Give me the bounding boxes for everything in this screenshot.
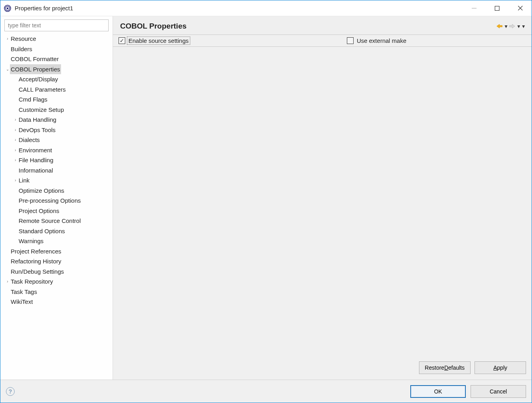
tree-item[interactable]: ›Data Handling [4,115,109,125]
tree-item-label: Builders [10,44,33,54]
app-icon [4,4,11,12]
svg-point-2 [7,7,8,9]
tree-item-label: Accept/Display [18,74,59,84]
svg-rect-3 [472,8,477,9]
properties-tree[interactable]: ›Resource›Builders›COBOL Formatter⌄COBOL… [4,34,109,376]
nav-forward-icon[interactable] [509,23,516,30]
chevron-right-icon[interactable]: › [13,116,18,123]
apply-row: Restore Defaults Apply [113,358,532,380]
tree-item-label: CALL Parameters [18,84,67,95]
content-area [113,47,532,358]
tree-item[interactable]: ›Link [4,175,109,186]
tree-item-label: Environment [18,145,53,155]
tree-item-label: Pre-processing Options [18,196,82,206]
tree-item-label: Informational [18,165,54,176]
use-external-make-checkbox[interactable] [347,37,354,44]
tree-item-label: Optimize Options [18,186,65,196]
tree-item[interactable]: ›Warnings [4,236,109,246]
tree-item-label: File Handling [18,155,54,165]
nav-back-dropdown[interactable]: ▾ [504,23,508,30]
tree-item[interactable]: ›DevOps Tools [4,125,109,135]
sidebar: ›Resource›Builders›COBOL Formatter⌄COBOL… [0,16,113,380]
tree-item[interactable]: ›Run/Debug Settings [4,267,109,277]
tree-item[interactable]: ›Environment [4,145,109,155]
tree-item[interactable]: ›CALL Parameters [4,84,109,95]
enable-source-settings-label: Enable source settings [128,37,189,44]
titlebar: Properties for project1 [0,0,532,16]
nav-back-icon[interactable] [496,23,503,30]
chevron-right-icon[interactable]: › [5,35,10,42]
chevron-right-icon[interactable]: › [5,278,10,285]
nav-forward-dropdown[interactable]: ▾ [517,23,521,30]
properties-dialog: Properties for project1 ›Resource›Builde… [0,0,532,403]
tree-item[interactable]: ›Refactoring History [4,256,109,267]
chevron-right-icon[interactable]: › [13,177,18,184]
tree-item-label: Standard Options [18,226,66,236]
chevron-right-icon[interactable]: › [13,127,18,133]
tree-item-label: Dialects [18,135,40,145]
ok-button[interactable]: OK [410,385,466,398]
tree-item-label: Task Repository [10,276,54,287]
window-title: Properties for project1 [15,5,73,12]
tree-item-label: DevOps Tools [18,125,56,135]
tree-item[interactable]: ›Customize Setup [4,105,109,115]
tree-item[interactable]: ›COBOL Formatter [4,54,109,64]
tree-item-label: Project References [10,246,62,257]
tree-item[interactable]: ›Accept/Display [4,74,109,84]
tree-item-label: Customize Setup [18,105,65,115]
tree-item[interactable]: ⌄COBOL Properties [4,64,109,75]
enable-source-settings-checkbox[interactable] [119,37,125,44]
tree-item-label: Project Options [18,206,60,216]
tree-item[interactable]: ›Optimize Options [4,186,109,196]
chevron-right-icon[interactable]: › [13,147,18,154]
maximize-button[interactable] [486,0,509,16]
tree-item[interactable]: ›File Handling [4,155,109,165]
page-title: COBOL Properties [120,22,187,31]
nav-buttons: ▾ ▾ ▾ [496,23,525,30]
tree-item-label: COBOL Formatter [10,54,59,64]
minimize-button[interactable] [463,0,486,16]
tree-item[interactable]: ›Pre-processing Options [4,196,109,206]
enable-source-settings-option[interactable]: Enable source settings [119,37,189,44]
tree-item[interactable]: ›Resource [4,34,109,44]
use-external-make-option[interactable]: Use external make [347,37,407,44]
main-panel: COBOL Properties ▾ ▾ ▾ Enabl [113,16,532,380]
tree-item-label: Link [18,175,31,186]
tree-item-label: Remote Source Control [18,216,82,226]
help-icon[interactable]: ? [6,387,15,396]
tree-item-label: Cmd Flags [18,94,48,105]
cancel-button[interactable]: Cancel [471,385,526,398]
chevron-right-icon[interactable]: › [13,157,18,163]
tree-item-label: Data Handling [18,115,57,125]
tree-item-label: Run/Debug Settings [10,267,65,277]
tree-item[interactable]: ›Project Options [4,206,109,216]
options-row: Enable source settings Use external make [113,35,532,47]
svg-rect-4 [495,6,499,10]
tree-item[interactable]: ›Informational [4,165,109,176]
dialog-footer: ? OK Cancel [0,380,532,403]
close-button[interactable] [509,0,532,16]
tree-item-label: Refactoring History [10,256,62,267]
main-header: COBOL Properties ▾ ▾ ▾ [113,16,532,35]
tree-item[interactable]: ›Cmd Flags [4,94,109,105]
apply-button[interactable]: Apply [475,361,526,374]
tree-item[interactable]: ›Task Repository [4,276,109,287]
tree-item-label: Resource [10,34,37,44]
restore-defaults-button[interactable]: Restore Defaults [419,361,471,374]
tree-item-label: WikiText [10,297,34,307]
chevron-right-icon[interactable]: › [13,136,18,143]
tree-item-label: Warnings [18,236,44,246]
chevron-down-icon[interactable]: ⌄ [5,66,10,73]
tree-item[interactable]: ›Remote Source Control [4,216,109,226]
tree-item[interactable]: ›Project References [4,246,109,257]
tree-item[interactable]: ›Standard Options [4,226,109,236]
filter-input[interactable] [4,19,109,31]
tree-item[interactable]: ›WikiText [4,297,109,307]
nav-menu-dropdown[interactable]: ▾ [521,23,525,30]
tree-item-label: COBOL Properties [10,64,61,75]
tree-item[interactable]: ›Dialects [4,135,109,145]
tree-item[interactable]: ›Builders [4,44,109,54]
use-external-make-label: Use external make [356,37,407,44]
tree-item[interactable]: ›Task Tags [4,287,109,297]
tree-item-label: Task Tags [10,287,38,297]
